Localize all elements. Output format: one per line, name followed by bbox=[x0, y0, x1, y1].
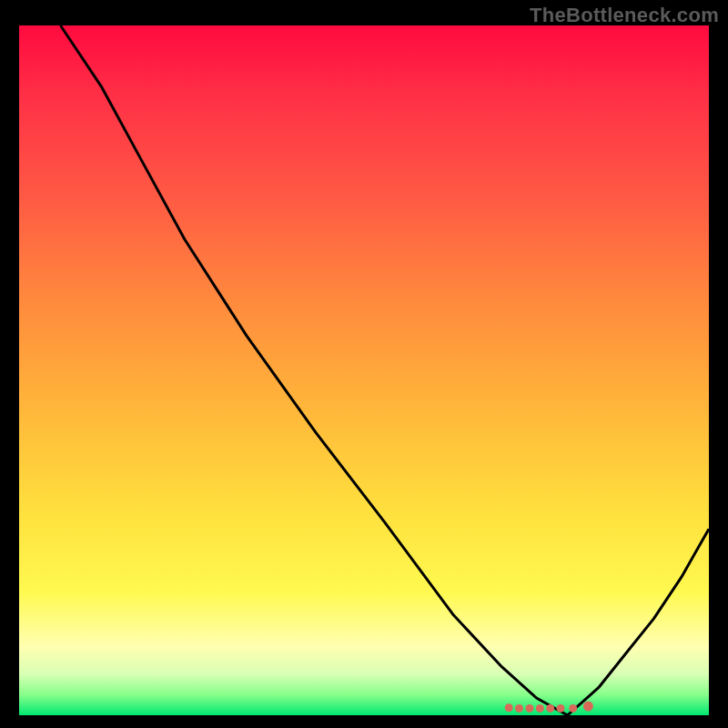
plot-area bbox=[19, 25, 709, 715]
optimal-marker bbox=[557, 704, 565, 713]
bottleneck-curve bbox=[61, 25, 710, 715]
curve-overlay bbox=[19, 25, 709, 715]
optimal-marker bbox=[515, 704, 523, 713]
optimal-marker bbox=[536, 704, 544, 713]
optimal-marker bbox=[583, 702, 593, 712]
optimal-marker bbox=[569, 704, 577, 713]
optimal-marker bbox=[525, 704, 533, 713]
watermark-text: TheBottleneck.com bbox=[530, 4, 719, 27]
optimal-marker bbox=[546, 704, 554, 713]
chart-stage: TheBottleneck.com bbox=[0, 0, 728, 728]
optimal-marker bbox=[505, 703, 513, 712]
